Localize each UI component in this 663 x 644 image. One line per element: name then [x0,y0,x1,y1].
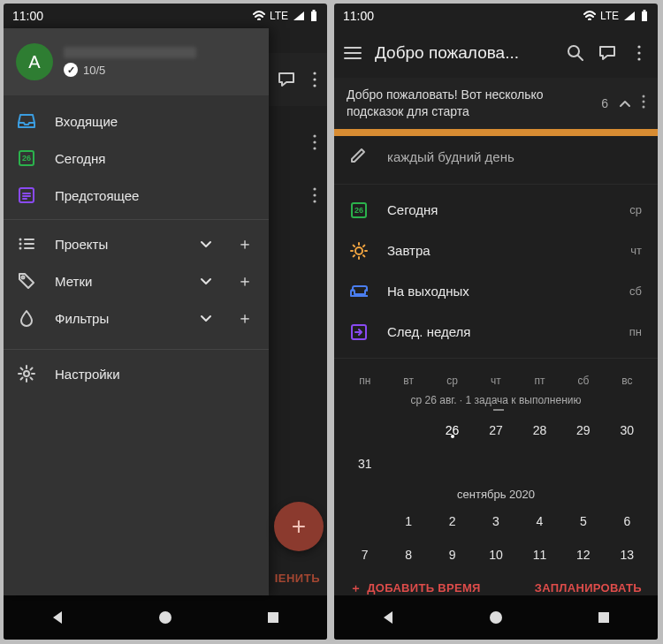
calendar-day[interactable]: 2 [431,514,474,528]
svg-point-9 [313,193,316,196]
status-time: 11:00 [12,9,43,23]
drop-icon [18,309,35,327]
comment-icon[interactable] [598,43,617,63]
calendar-day-selected[interactable]: 26 [431,423,474,437]
calendar-day[interactable]: 13 [606,548,649,562]
svg-point-16 [159,611,171,624]
nav-settings[interactable]: Настройки [4,355,269,392]
list-icon [18,235,35,253]
calendar-day[interactable]: 4 [518,514,561,528]
calendar-day[interactable]: 5 [561,514,605,528]
add-label-button[interactable]: ＋ [235,270,255,292]
profile-karma: ✓ 10/5 [64,63,256,77]
nav-back[interactable] [46,606,69,629]
calendar-row: 7 8 9 10 11 12 13 [343,538,649,572]
add-project-button[interactable]: ＋ [235,233,255,254]
svg-point-12 [19,243,22,246]
chevron-down-icon[interactable] [196,235,216,254]
welcome-banner: Добро пожаловать! Вот несколько подсказо… [334,78,658,129]
svg-point-6 [313,140,316,143]
status-bar: 11:00 LTE [334,4,658,28]
svg-point-3 [313,78,316,80]
upcoming-icon [19,187,34,203]
calendar-day[interactable]: 1 [386,514,430,528]
status-right: LTE [253,10,318,22]
inbox-icon [18,112,35,130]
more-icon[interactable] [642,95,645,111]
nav-labels[interactable]: Метки ＋ [4,262,269,299]
search-icon[interactable] [566,43,585,63]
svg-point-10 [313,200,316,202]
nav-recent[interactable] [592,606,615,629]
calendar-day[interactable]: 10 [474,548,517,562]
schedule-button[interactable]: ЗАПЛАНИРОВАТЬ [535,580,642,596]
nav-recent[interactable] [262,606,285,629]
calendar-day[interactable]: 11 [518,548,561,562]
calendar-day[interactable]: 6 [606,514,649,528]
sched-nextweek[interactable]: След. неделя пн [334,312,658,352]
nav-home[interactable] [484,606,507,629]
banner-count: 6 [601,96,608,110]
sched-tomorrow[interactable]: Завтра чт [334,231,658,271]
add-time-button[interactable]: ＋ ДОБАВИТЬ ВРЕМЯ [350,580,481,596]
menu-icon[interactable] [343,43,362,63]
more-icon[interactable] [313,72,316,87]
android-nav-bar [4,595,327,640]
sun-icon [350,242,368,260]
phone-left: 11:00 LTE A ✓ 10/5 [4,4,327,640]
calendar-day[interactable]: 9 [431,548,474,562]
svg-point-13 [19,247,22,250]
nav-inbox[interactable]: Входящие [4,102,269,140]
calendar-day[interactable]: 28 [518,423,561,437]
chevron-down-icon[interactable] [196,272,216,291]
fab-add-task[interactable]: + [274,502,324,551]
calendar-day[interactable]: 27 [474,423,517,437]
battery-icon [640,10,649,22]
calendar-day[interactable]: 12 [561,548,605,562]
svg-point-5 [313,134,316,137]
tag-icon [18,272,35,290]
calendar-sub: ср 26 авг. · 1 задача к выполнению [343,392,649,413]
svg-point-20 [568,46,579,57]
background-row-more[interactable] [313,134,316,154]
check-icon: ✓ [64,63,78,77]
add-filter-button[interactable]: ＋ [235,307,255,329]
status-bar: 11:00 LTE [4,4,327,28]
chevron-up-icon[interactable] [619,96,631,110]
divider [334,358,658,359]
quick-schedule-list: 26 Сегодня ср Завтра чт На выходных сб [334,190,658,352]
recurrence-row[interactable]: каждый будний день [334,136,658,178]
calendar-day[interactable]: 29 [561,423,605,437]
svg-point-26 [643,106,645,109]
divider [4,349,269,350]
calendar-day[interactable]: 8 [386,548,430,562]
background-row-more-2[interactable] [313,187,316,207]
svg-point-22 [637,51,640,54]
calendar-row: 31 [343,447,649,481]
today-icon: 26 [19,150,34,166]
svg-rect-18 [642,11,647,21]
calendar-day[interactable]: 30 [606,423,649,437]
today-icon: 26 [351,202,367,218]
more-icon[interactable] [629,43,649,63]
nav-upcoming[interactable]: Предстоящее [4,177,269,214]
cancel-button-peek[interactable]: ІЕНИТЬ [275,572,320,585]
comment-icon[interactable] [278,71,295,88]
svg-point-7 [313,147,316,149]
sched-today[interactable]: 26 Сегодня ср [334,190,658,231]
nav-filters[interactable]: Фильтры ＋ [4,299,269,337]
nav-today[interactable]: 26 Сегодня [4,140,269,177]
nav-back[interactable] [377,606,400,629]
calendar-day[interactable]: 7 [343,548,386,562]
sched-weekend[interactable]: На выходных сб [334,271,658,312]
phone-right: 11:00 LTE Добро пожалова... Добро пожало… [334,4,658,640]
couch-icon [350,283,368,300]
nav-projects[interactable]: Проекты ＋ [4,225,269,262]
chevron-down-icon[interactable] [196,309,216,328]
calendar-day[interactable]: 31 [343,457,386,471]
calendar-row: 26 27 28 29 30 [343,413,649,447]
calendar-day[interactable]: 3 [474,514,517,528]
profile-section[interactable]: A ✓ 10/5 [4,28,269,95]
nav-home[interactable] [154,606,177,629]
android-nav-bar [334,595,658,640]
